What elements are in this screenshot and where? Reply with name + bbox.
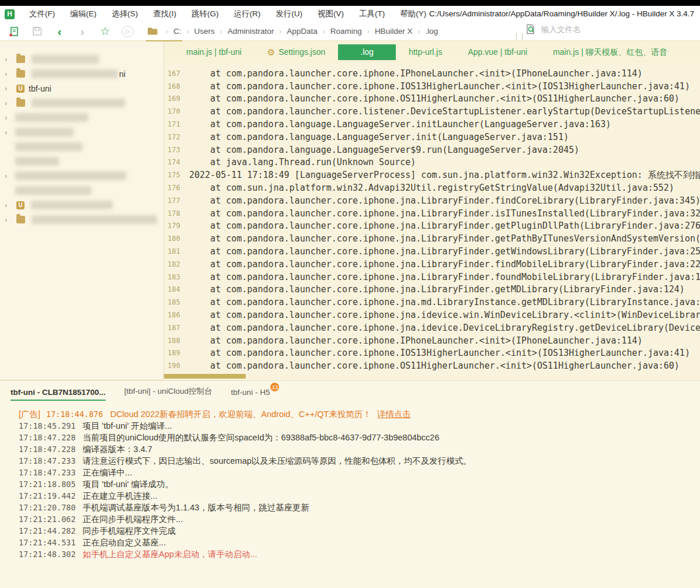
menu-item[interactable]: 选择(S): [104, 6, 145, 22]
console-tab[interactable]: tbf-uni - H5 13: [231, 388, 270, 401]
console-line: 17:21:21.062 正在同步手机端程序文件...: [19, 514, 700, 526]
expand-chevron-icon[interactable]: ›: [5, 55, 13, 64]
back-button[interactable]: ‹: [51, 24, 68, 39]
editor-line[interactable]: 170 at com.pandora.launcher.core.listene…: [164, 105, 700, 118]
tree-item[interactable]: ›: [0, 212, 163, 227]
file-search: [525, 24, 677, 34]
editor-line[interactable]: 167 at com.pandora.launcher.core.iphone.…: [164, 67, 700, 80]
code-text: at com.pandora.launcher.core.iphone.jna.…: [189, 259, 700, 270]
editor-line[interactable]: 185 at com.pandora.launcher.core.iphone.…: [164, 296, 700, 309]
expand-chevron-icon[interactable]: ›: [5, 99, 13, 107]
menu-item[interactable]: 文件(F): [22, 6, 62, 22]
menu-item[interactable]: 编辑(E): [62, 6, 104, 22]
save-button[interactable]: [28, 24, 46, 39]
tree-item[interactable]: ›: [0, 183, 163, 198]
editor-line[interactable]: 188 at com.pandora.launcher.core.iphone.…: [164, 334, 700, 347]
editor-line[interactable]: 181 at com.pandora.launcher.core.iphone.…: [164, 245, 700, 258]
breadcrumb-item[interactable]: › Administrator: [215, 27, 274, 36]
menu-item[interactable]: 帮助(Y): [392, 6, 434, 22]
tree-item[interactable]: ›: [0, 139, 163, 154]
console-line: 17:18:47.228 编译器版本：3.4.7: [19, 444, 700, 456]
console-message: 如手机上自定义基座App未启动，请手动启动...: [83, 550, 257, 559]
tree-item[interactable]: › tbf-uni: [0, 81, 163, 96]
log-editor[interactable]: 167 at com.pandora.launcher.core.iphone.…: [164, 63, 700, 380]
editor-line[interactable]: 177 at com.pandora.launcher.core.iphone.…: [164, 194, 700, 207]
editor-line[interactable]: 180 at com.pandora.launcher.core.iphone.…: [164, 232, 700, 245]
menu-item[interactable]: 查找(I): [145, 6, 184, 22]
breadcrumb-item[interactable]: › AppData: [274, 27, 318, 36]
editor-line[interactable]: 173 at com.pandora.language.LanguageServ…: [164, 144, 700, 156]
editor-line[interactable]: 187 at com.pandora.launcher.core.iphone.…: [164, 321, 700, 334]
expand-chevron-icon[interactable]: ›: [5, 128, 13, 136]
tree-item[interactable]: ›: [0, 52, 163, 66]
editor-line[interactable]: 189 at com.pandora.launcher.core.iphone.…: [164, 347, 700, 360]
expand-chevron-icon[interactable]: ›: [5, 69, 13, 78]
editor-line[interactable]: 186 at com.pandora.launcher.core.iphone.…: [164, 309, 700, 321]
expand-chevron-icon[interactable]: ›: [5, 172, 13, 180]
editor-line[interactable]: 184 at com.pandora.launcher.core.iphone.…: [164, 284, 700, 296]
tree-item[interactable]: ›: [0, 96, 163, 110]
expand-chevron-icon[interactable]: ›: [5, 215, 13, 224]
editor-line[interactable]: 172 at com.pandora.language.LanguageServ…: [164, 131, 700, 144]
code-text: at com.pandora.launcher.core.iphone.IPho…: [189, 335, 643, 346]
breadcrumb-item[interactable]: › HBuilder X: [362, 27, 413, 36]
tree-item[interactable]: ›: [0, 154, 163, 169]
back-icon: ‹: [58, 25, 62, 38]
expand-chevron-icon[interactable]: ›: [5, 201, 13, 209]
breadcrumb-item[interactable]: › Users: [182, 27, 215, 36]
console-tab[interactable]: [tbf-uni] - uniCloud控制台: [124, 386, 213, 401]
console-message: 正在建立手机连接...: [83, 491, 158, 501]
tree-item[interactable]: › ni: [0, 66, 163, 81]
tree-item[interactable]: ›: [0, 110, 163, 125]
console-timestamp: 17:21:21.062: [19, 514, 76, 524]
breadcrumb: › C: › Users › Administrator › AppData ›…: [147, 27, 438, 36]
console-timestamp: 17:18:44.876: [46, 410, 103, 419]
editor-line[interactable]: 171 at com.pandora.language.LanguageServ…: [164, 118, 700, 131]
console-tab[interactable]: tbf-uni - CLB7N1851700...: [11, 388, 106, 401]
editor-line[interactable]: 169 at com.pandora.launcher.core.iphone.…: [164, 93, 700, 106]
expand-chevron-icon[interactable]: ›: [5, 84, 13, 93]
menu-item[interactable]: 视图(V): [310, 6, 351, 22]
menu-item[interactable]: 工具(T): [351, 6, 392, 22]
editor-line[interactable]: 168 at com.pandora.launcher.core.iphone.…: [164, 80, 700, 93]
code-text: at com.sun.jna.platform.win32.Advapi32Ut…: [189, 183, 674, 193]
console-line: 17:21:44.282 同步手机端程序文件完成: [19, 526, 700, 537]
expand-chevron-icon[interactable]: ›: [5, 113, 13, 122]
tree-item[interactable]: ›: [0, 198, 163, 212]
breadcrumb-item[interactable]: › Roaming: [318, 27, 362, 36]
favorite-button[interactable]: ☆: [96, 24, 114, 39]
redacted-label: [15, 128, 74, 136]
redacted-label: [15, 113, 88, 122]
tree-item[interactable]: ›: [0, 169, 163, 183]
breadcrumb-item[interactable]: › .log: [412, 27, 438, 36]
editor-line[interactable]: 174 at java.lang.Thread.run(Unknown Sour…: [164, 156, 700, 169]
panel-resize-grips[interactable]: [516, 33, 523, 40]
menu-item[interactable]: 发行(U): [268, 6, 310, 22]
editor-tab[interactable]: ⚙ main.js | 聊天模板、红包、语音: [540, 41, 680, 63]
editor-tab[interactable]: ⚙ App.vue | tbf-uni: [455, 41, 540, 63]
editor-line[interactable]: 175 2022-05-11 17:18:49 [LanguageServerP…: [164, 169, 700, 181]
editor-tab[interactable]: ⚙ main.js | tbf-uni: [173, 41, 255, 63]
tree-item[interactable]: ›: [0, 125, 163, 139]
breadcrumb-item[interactable]: › C:: [161, 27, 182, 36]
horizontal-scrollbar[interactable]: [164, 374, 246, 379]
editor-line[interactable]: 190 at com.pandora.launcher.core.iphone.…: [164, 359, 700, 372]
console-output[interactable]: [广告] 17:18:44.876 DCloud 2022新春招聘开启，欢迎前端…: [0, 401, 700, 561]
details-link[interactable]: 详情点击: [377, 410, 411, 419]
search-input[interactable]: [540, 24, 677, 34]
editor-tab[interactable]: ⚙ Settings.json: [255, 41, 339, 63]
new-file-button[interactable]: [5, 24, 23, 39]
editor-line[interactable]: 176 at com.sun.jna.platform.win32.Advapi…: [164, 181, 700, 194]
editor-line[interactable]: 182 at com.pandora.launcher.core.iphone.…: [164, 258, 700, 271]
editor-line[interactable]: 178 at com.pandora.launcher.core.iphone.…: [164, 207, 700, 220]
editor-line[interactable]: 179 at com.pandora.launcher.core.iphone.…: [164, 220, 700, 233]
line-number: 190: [164, 362, 189, 370]
run-button[interactable]: ▷: [119, 24, 137, 39]
editor-line[interactable]: 183 at com.pandora.launcher.core.iphone.…: [164, 271, 700, 284]
menu-item[interactable]: 运行(R): [227, 6, 269, 22]
forward-button[interactable]: ›: [74, 24, 91, 39]
line-number: 188: [164, 337, 189, 345]
editor-tab[interactable]: ⚙ http-url.js: [396, 41, 455, 63]
editor-tab[interactable]: ⚙ .log: [338, 44, 396, 60]
menu-item[interactable]: 跳转(G): [184, 6, 227, 22]
